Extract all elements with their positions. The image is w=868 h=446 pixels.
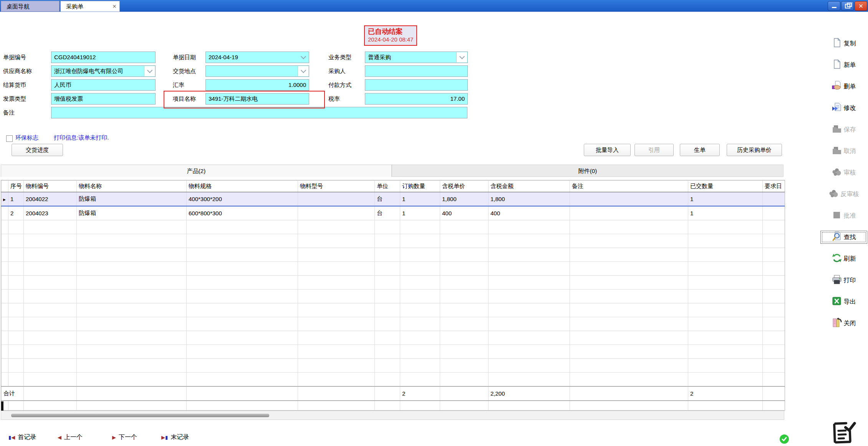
grid-cell-empty[interactable] [187,248,298,262]
table-row-empty[interactable] [2,359,785,373]
grid-cell-empty[interactable] [570,248,688,262]
grid-cell-empty[interactable] [489,262,570,276]
grid-cell-empty[interactable] [2,262,8,276]
table-row[interactable]: 12004022防爆箱400*300*200台11,8001,8001 [2,192,785,206]
minimize-icon[interactable] [828,1,840,11]
grid-cell-empty[interactable] [24,290,77,303]
grid-cell-empty[interactable] [375,401,400,411]
toolbar-button-0[interactable]: 复制 [820,37,867,50]
grid-cell-empty[interactable] [298,373,375,387]
grid-cell-empty[interactable] [77,401,187,411]
invoice-type-field[interactable]: 增值税发票 [51,93,156,105]
table-row-empty[interactable] [2,290,785,303]
order-note-icon[interactable] [828,418,858,446]
grid-cell-empty[interactable] [570,220,688,234]
grid-cell-empty[interactable] [570,401,688,411]
eco-label-checkbox[interactable] [6,135,13,142]
grid-cell-empty[interactable] [440,248,489,262]
grid-cell-empty[interactable] [375,276,400,290]
grid-cell-empty[interactable] [187,276,298,290]
grid-cell-empty[interactable] [688,248,763,262]
grid-cell-empty[interactable] [688,359,763,373]
grid-cell-empty[interactable] [24,373,77,387]
grid-cell-empty[interactable] [400,276,440,290]
grid-cell-empty[interactable] [400,262,440,276]
table-row-empty[interactable] [2,262,785,276]
column-header[interactable]: 含税单价 [440,181,489,192]
grid-cell-empty[interactable] [400,317,440,331]
grid-cell-empty[interactable] [375,373,400,387]
grid-cell[interactable]: 防爆箱 [77,192,187,206]
grid-cell-empty[interactable] [24,359,77,373]
grid-cell-empty[interactable] [440,345,489,359]
grid-cell-empty[interactable] [24,248,77,262]
grid-cell-empty[interactable] [2,331,8,345]
grid-cell[interactable]: 400*300*200 [187,192,298,206]
grid-cell-empty[interactable] [570,262,688,276]
grid-cell-empty[interactable] [489,373,570,387]
grid-cell-empty[interactable] [688,331,763,345]
grid-cell-empty[interactable] [187,359,298,373]
grid-cell[interactable]: 1,800 [489,192,570,206]
grid-cell[interactable]: 1,800 [440,192,489,206]
grid-cell[interactable]: 台 [375,206,400,220]
grid-cell-empty[interactable] [763,220,785,234]
grid-cell-empty[interactable] [2,345,8,359]
grid-cell-empty[interactable] [24,234,77,248]
grid-cell-empty[interactable] [187,303,298,317]
grid-cell-empty[interactable] [489,248,570,262]
grid-cell[interactable]: 台 [375,192,400,206]
grid-cell-empty[interactable] [763,331,785,345]
grid-cell-empty[interactable] [400,359,440,373]
grid-cell[interactable]: 2 [8,206,24,220]
grid-cell-empty[interactable] [763,248,785,262]
grid-cell-empty[interactable] [2,303,8,317]
grid-cell[interactable]: 400 [440,206,489,220]
grid-cell-empty[interactable] [688,345,763,359]
tab-purchase-order[interactable]: 采购单 × [60,1,120,12]
restore-icon[interactable] [841,1,854,11]
table-row-empty[interactable] [2,317,785,331]
grid-cell-empty[interactable] [440,220,489,234]
previous-record-button[interactable]: ◀ 上一个 [58,431,83,443]
grid-cell-empty[interactable] [570,234,688,248]
close-icon[interactable]: ✕ [855,1,867,11]
grid-cell-empty[interactable] [375,303,400,317]
grid-cell-empty[interactable] [688,317,763,331]
payment-field[interactable] [365,79,468,91]
grid-cell-empty[interactable] [400,234,440,248]
grid-cell-empty[interactable] [8,234,24,248]
grid-cell-empty[interactable] [570,317,688,331]
grid-cell-empty[interactable] [688,373,763,387]
grid-cell-empty[interactable] [688,276,763,290]
grid-cell-empty[interactable] [688,401,763,411]
delivery-place-combo[interactable] [205,65,309,77]
grid-cell-empty[interactable] [77,317,187,331]
grid-cell-empty[interactable] [77,220,187,234]
grid-cell-empty[interactable] [187,262,298,276]
doc-no-field[interactable]: CGD240419012 [51,52,156,63]
batch-import-button[interactable]: 批量导入 [584,144,631,156]
table-row-empty[interactable] [2,373,785,387]
toolbar-button-12[interactable]: 导出 [820,295,867,308]
table-row-empty[interactable] [2,401,785,411]
grid-cell[interactable]: 600*800*300 [187,206,298,220]
biz-type-combo[interactable]: 普通采购 [365,52,468,63]
grid-cell-empty[interactable] [8,262,24,276]
grid-cell-empty[interactable] [570,359,688,373]
column-header[interactable]: 物料规格 [187,181,298,192]
grid-cell-empty[interactable] [298,290,375,303]
grid-cell-empty[interactable] [187,220,298,234]
grid-cell-empty[interactable] [8,373,24,387]
grid-cell-empty[interactable] [2,234,8,248]
grid-cell-empty[interactable] [77,276,187,290]
grid-cell-empty[interactable] [489,317,570,331]
grid-cell-empty[interactable] [24,401,77,411]
grid-cell-empty[interactable] [489,290,570,303]
grid-cell-empty[interactable] [440,290,489,303]
grid-cell-empty[interactable] [8,276,24,290]
grid-cell[interactable]: 1 [400,192,440,206]
column-header[interactable]: 备注 [570,181,688,192]
purchaser-field[interactable] [365,65,468,77]
toolbar-button-13[interactable]: 关闭 [820,317,867,330]
